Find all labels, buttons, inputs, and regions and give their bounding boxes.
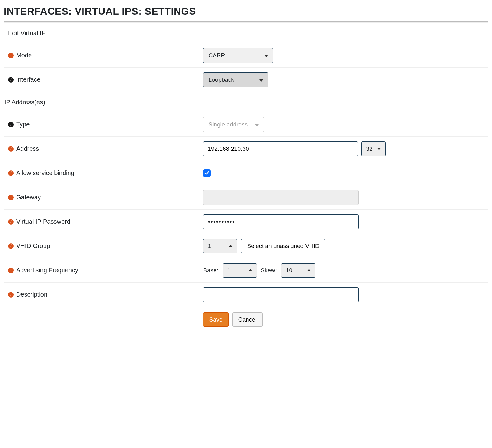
cancel-button[interactable]: Cancel	[232, 312, 263, 327]
row-gateway: i Gateway	[4, 185, 488, 210]
password-masked: ••••••••••	[208, 218, 235, 226]
info-icon[interactable]: i	[8, 243, 14, 249]
skew-value: 10	[286, 267, 292, 274]
base-label: Base:	[203, 267, 218, 274]
label-interface: i Interface	[8, 76, 203, 83]
info-icon[interactable]: i	[8, 146, 14, 152]
mode-select[interactable]: CARP	[203, 48, 273, 63]
vhid-group-spinner[interactable]: 1	[203, 239, 237, 253]
interface-value: Loopback	[208, 76, 234, 83]
section-edit-vip: Edit Virtual IP	[4, 23, 488, 43]
chevron-down-icon	[259, 79, 263, 82]
base-spinner[interactable]: 1	[223, 263, 257, 278]
chevron-down-icon	[377, 148, 381, 150]
label-text: Advertising Frequency	[16, 267, 78, 274]
info-icon[interactable]: i	[8, 268, 14, 273]
mode-value: CARP	[208, 52, 225, 59]
row-interface: i Interface Loopback	[4, 68, 488, 92]
check-icon	[204, 171, 209, 176]
label-vhid-group: i VHID Group	[8, 242, 203, 250]
label-text: Interface	[16, 76, 40, 83]
row-vhid-group: i VHID Group 1 Select an unassigned VHID	[4, 234, 488, 258]
chevron-up-icon	[248, 269, 252, 271]
row-description: i Description	[4, 283, 488, 307]
select-unassigned-vhid-button[interactable]: Select an unassigned VHID	[241, 239, 325, 253]
info-icon[interactable]: i	[8, 219, 14, 225]
gateway-input	[203, 190, 359, 205]
label-text: Mode	[16, 52, 32, 59]
address-input[interactable]	[203, 141, 358, 156]
type-select: Single address	[203, 117, 264, 132]
cidr-select[interactable]: 32	[361, 141, 386, 156]
label-text: Virtual IP Password	[16, 218, 70, 225]
row-allow-binding: i Allow service binding	[4, 161, 488, 185]
label-text: Address	[16, 145, 39, 152]
row-vip-password: i Virtual IP Password ••••••••••	[4, 210, 488, 234]
row-mode: i Mode CARP	[4, 43, 488, 68]
label-description: i Description	[8, 291, 203, 298]
chevron-up-icon	[307, 269, 311, 271]
info-icon[interactable]: i	[8, 292, 14, 298]
description-input[interactable]	[203, 287, 359, 302]
info-icon[interactable]: i	[8, 170, 14, 176]
label-adv-frequency: i Advertising Frequency	[8, 267, 203, 274]
actions-row: Save Cancel	[4, 307, 488, 332]
skew-label: Skew:	[261, 267, 277, 274]
cidr-value: 32	[366, 145, 372, 152]
label-text: Description	[16, 291, 47, 298]
row-adv-frequency: i Advertising Frequency Base: 1 Skew: 10	[4, 258, 488, 283]
interface-select[interactable]: Loopback	[203, 72, 268, 87]
label-gateway: i Gateway	[8, 194, 203, 201]
chevron-down-icon	[264, 55, 268, 57]
page-title: INTERFACES: VIRTUAL IPS: SETTINGS	[4, 3, 488, 22]
save-button[interactable]: Save	[203, 312, 228, 327]
section-ip-addresses: IP Address(es)	[4, 92, 488, 112]
label-vip-password: i Virtual IP Password	[8, 218, 203, 225]
allow-binding-checkbox[interactable]	[203, 169, 211, 177]
row-type: i Type Single address	[4, 112, 488, 137]
label-text: Gateway	[16, 194, 41, 201]
base-value: 1	[227, 267, 231, 274]
label-text: Allow service binding	[16, 169, 74, 177]
info-icon[interactable]: i	[8, 77, 14, 83]
label-text: Type	[16, 121, 30, 128]
label-mode: i Mode	[8, 52, 203, 59]
skew-spinner[interactable]: 10	[281, 263, 315, 278]
info-icon[interactable]: i	[8, 122, 14, 127]
label-allow-binding: i Allow service binding	[8, 169, 203, 177]
info-icon[interactable]: i	[8, 53, 14, 58]
vip-password-input[interactable]: ••••••••••	[203, 214, 359, 229]
type-value: Single address	[208, 121, 248, 128]
label-address: i Address	[8, 145, 203, 152]
label-type: i Type	[8, 121, 203, 128]
label-text: VHID Group	[16, 242, 50, 250]
info-icon[interactable]: i	[8, 195, 14, 200]
chevron-up-icon	[229, 245, 233, 247]
chevron-down-icon	[255, 124, 259, 126]
row-address: i Address 32	[4, 137, 488, 161]
vhid-value: 1	[208, 243, 211, 250]
